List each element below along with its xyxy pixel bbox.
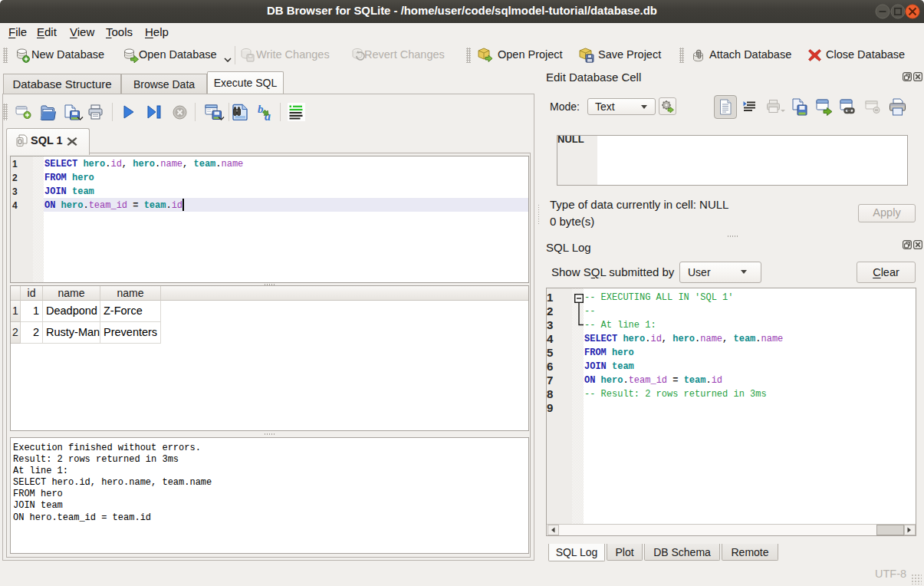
svg-text:b: b	[258, 103, 264, 115]
